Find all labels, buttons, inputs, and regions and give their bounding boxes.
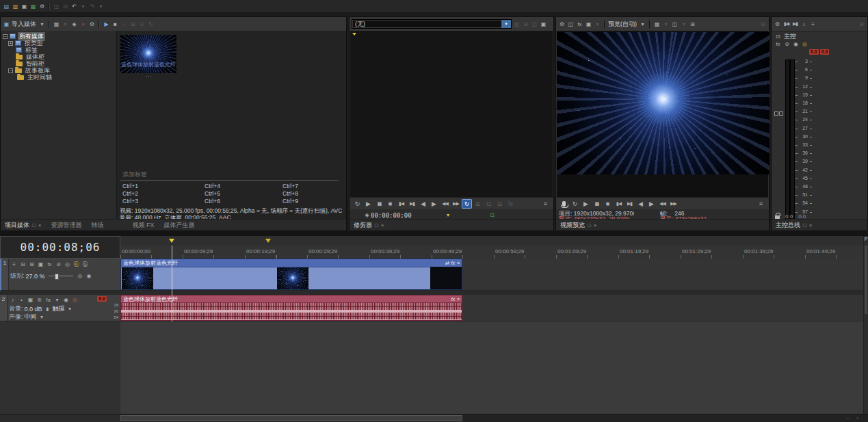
master-solo-icon[interactable]: ◉ (792, 40, 800, 48)
previous-frame-button[interactable]: ◀ (418, 199, 428, 209)
tree-item-media-bins[interactable]: 媒体柜 (1, 53, 116, 60)
tree-item-tags[interactable]: 标签 (1, 47, 116, 53)
trimmer-display[interactable] (350, 31, 553, 197)
timeline-hscrollbar[interactable]: − + (0, 414, 868, 422)
trimmer-timecode[interactable]: 00:00:00;00 (371, 212, 412, 219)
previous-frame-button[interactable]: ◀ (635, 199, 646, 209)
waveform-icon[interactable]: ≋ (36, 296, 43, 304)
stop-button[interactable]: ■ (603, 199, 613, 209)
go-to-start-button[interactable]: ▮◀ (614, 199, 624, 209)
mixer-options-icon[interactable]: ⊞ (858, 21, 865, 28)
tab-transitions[interactable]: 转场 (92, 221, 104, 230)
trimmer-marker-flag-icon[interactable]: ▾ (445, 211, 452, 219)
trimmer-fx-icon[interactable]: fx (505, 199, 516, 209)
collapse-icon[interactable]: − (8, 68, 13, 73)
play-from-start-button[interactable]: ▶ (581, 199, 591, 209)
frame-display-icon[interactable]: ⊡ (488, 211, 496, 219)
zoom-out-button[interactable]: − (844, 414, 852, 422)
event-menu-icon[interactable]: ≡ (457, 261, 460, 265)
tab-trimmer[interactable]: 修剪器 □ × (354, 221, 384, 230)
track-list-empty-area[interactable] (0, 321, 120, 414)
vscroll-thumb[interactable] (865, 246, 867, 314)
mixer-view-icon[interactable]: ≡ (809, 21, 817, 28)
add-to-timeline-icon[interactable]: ⊞ (473, 199, 483, 209)
trimmer-menu-icon[interactable]: ≡ (540, 199, 551, 209)
dropdown-arrow-icon[interactable]: ▾ (501, 20, 511, 28)
timeline-vscrollbar[interactable]: P (863, 236, 868, 414)
play-button[interactable]: ▶ (363, 199, 373, 209)
cut-icon[interactable]: ◫ (53, 3, 60, 10)
go-to-end-button[interactable]: ▶▮ (407, 199, 417, 209)
external-monitor-icon[interactable]: ◫ (567, 21, 575, 28)
properties-icon[interactable]: ⚙ (38, 3, 46, 10)
tab-project-media[interactable]: 项目媒体 □ × (5, 221, 42, 230)
preview-stop-icon[interactable]: ■ (111, 21, 119, 28)
mute-button[interactable]: ◉ (62, 296, 70, 304)
rewind-button[interactable]: ◀◀ (657, 199, 668, 209)
tree-item-smart-bins[interactable]: 智能柜 (1, 60, 116, 67)
volume-fader-icon[interactable]: ·▮· (44, 305, 51, 313)
overlays-icon[interactable]: ▦ (653, 21, 661, 28)
create-subclip-icon[interactable]: ⊡ (484, 199, 494, 209)
float-window-icon[interactable]: □ (803, 222, 806, 228)
tab-explorer[interactable]: 资源管理器 (51, 221, 82, 230)
loop-playback-button[interactable]: ↻ (570, 199, 580, 209)
tab-video-preview[interactable]: 视频预览 □ × (560, 221, 597, 230)
media-properties-icon[interactable]: ⚙ (88, 21, 96, 28)
tag-icon[interactable]: ◈ (70, 21, 78, 28)
downmix-icon[interactable]: ◎ (801, 40, 808, 48)
tree-item-by-type[interactable]: + 按类型 (1, 40, 116, 47)
new-project-icon[interactable]: ▤ (3, 3, 10, 10)
undo-chevron-icon[interactable]: ▾ (79, 3, 87, 10)
close-icon[interactable]: × (809, 222, 813, 228)
go-to-end-button[interactable]: ▶▮ (624, 199, 635, 209)
trimmer-add-icon[interactable]: ⊞ (522, 21, 529, 28)
render-icon[interactable]: ▦ (29, 3, 37, 10)
event-menu-icon[interactable]: ≡ (457, 297, 460, 302)
trimmer-settings-icon[interactable]: ▣ (540, 21, 547, 28)
playhead-marker[interactable] (169, 239, 174, 243)
speaker-icon[interactable]: ♪ (9, 296, 16, 304)
playhead-cursor-line[interactable] (172, 246, 172, 321)
master-meter-right[interactable] (790, 60, 795, 220)
marker-bar[interactable] (120, 236, 863, 246)
record-arm-button[interactable]: ◎ (71, 296, 79, 304)
automation-chevron-icon[interactable]: ▾ (66, 305, 74, 313)
close-icon[interactable]: × (594, 222, 597, 228)
timeline-marker[interactable] (265, 239, 271, 243)
media-bin-icon[interactable]: ▣ (3, 21, 10, 28)
level-slider[interactable] (49, 275, 73, 277)
collapse-icon[interactable]: − (3, 34, 8, 39)
trimmer-history-icon[interactable]: ▥ (513, 21, 521, 28)
expand-icon[interactable]: + (8, 41, 13, 46)
go-to-start-button[interactable]: ▮◀ (396, 199, 406, 209)
loop-playback-button[interactable]: ↻ (462, 199, 472, 209)
track-header-video-1[interactable]: 1 ≡ ⊟ ⊞ ▣ fx ⊘ ◎ Ⓚ Ⓖ 级别: 27.0 % ◎ ◉ (0, 259, 120, 291)
phase-icon[interactable]: • (18, 296, 25, 304)
project-properties-icon[interactable]: ⚙ (558, 21, 566, 28)
solo-button[interactable]: ◎ (64, 261, 71, 268)
insert-fx-icon[interactable]: ▶▮ (791, 21, 799, 28)
float-window-icon[interactable]: □ (32, 222, 36, 228)
trimmer-media-dropdown[interactable]: (无) ▾ (352, 19, 512, 29)
float-window-icon[interactable]: □ (588, 222, 591, 228)
search-icon[interactable]: ⊙ (138, 21, 146, 28)
record-mic-icon[interactable] (562, 201, 566, 207)
video-output-fx-icon[interactable]: fx (576, 21, 583, 28)
media-thumbnail-tile[interactable]: 蓝色球体放射蓝色光纤 ⋯ (120, 35, 176, 80)
track-lane-video-1[interactable]: 蓝色球体放射蓝色光纤 ⇄ fx ≡ (120, 259, 863, 291)
overlays-chevron-icon[interactable]: ▾ (662, 21, 670, 28)
mute-button[interactable]: ⊘ (55, 261, 62, 268)
close-icon[interactable]: × (38, 222, 42, 228)
tab-master-bus[interactable]: 主控总线 □ × (776, 221, 813, 230)
track-fx-icon[interactable]: fx (46, 261, 53, 268)
import-media-button[interactable]: 导入媒体 ▾ (12, 20, 46, 29)
close-icon[interactable]: × (381, 222, 384, 228)
track-lane-audio-2[interactable]: 蓝色球体放射蓝色光纤 fx ≡ (120, 295, 863, 321)
fast-forward-button[interactable]: ▶▶ (668, 199, 679, 209)
track-menu-icon[interactable]: ≡ (10, 261, 18, 268)
insert-bus-icon[interactable]: ▮◀ (782, 21, 790, 28)
fader-chevron-icon[interactable]: ▾ (53, 296, 61, 304)
master-mute-icon[interactable]: ⊘ (783, 40, 791, 48)
master-meter-left[interactable] (785, 60, 790, 220)
